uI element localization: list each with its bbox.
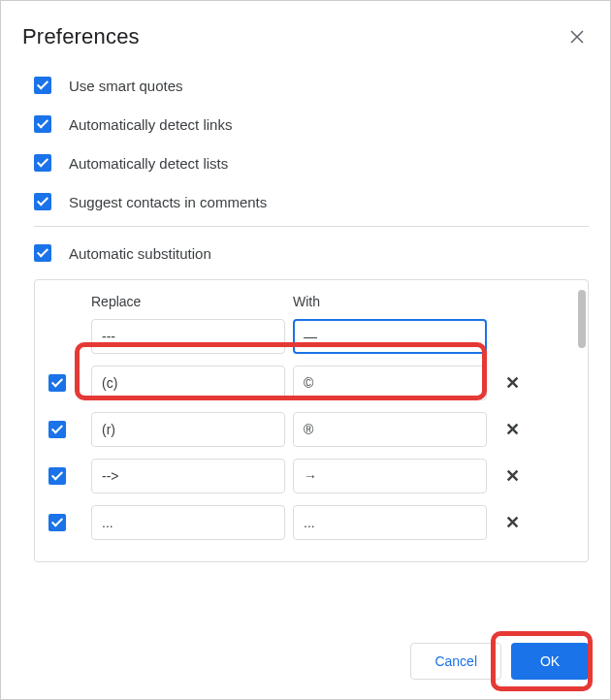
preferences-dialog: Preferences Use smart quotes Automatical… — [1, 1, 610, 699]
replace-input[interactable] — [91, 505, 285, 540]
option-auto-substitution: Automatic substitution — [34, 244, 589, 262]
header-replace: Replace — [91, 294, 285, 309]
delete-icon[interactable]: ✕ — [498, 369, 526, 397]
dialog-title: Preferences — [22, 24, 140, 49]
with-input[interactable] — [293, 412, 487, 447]
ok-button[interactable]: OK — [511, 643, 589, 680]
new-replace-input[interactable] — [91, 319, 285, 354]
checkbox-suggest-contacts[interactable] — [34, 193, 51, 210]
scrollbar[interactable] — [578, 290, 586, 348]
divider — [34, 226, 589, 227]
options-list: Use smart quotes Automatically detect li… — [22, 77, 589, 210]
with-input[interactable] — [293, 366, 487, 400]
checkbox-detect-lists[interactable] — [34, 154, 51, 172]
table-row: ✕ — [48, 459, 570, 493]
checkbox-smart-quotes[interactable] — [34, 77, 51, 94]
option-detect-lists: Automatically detect lists — [34, 154, 589, 172]
checkbox-auto-substitution[interactable] — [34, 244, 51, 262]
delete-icon[interactable]: ✕ — [498, 462, 526, 490]
replace-input[interactable] — [91, 412, 285, 447]
label-suggest-contacts: Suggest contacts in comments — [69, 194, 267, 210]
label-auto-substitution: Automatic substitution — [69, 245, 211, 262]
replace-input[interactable] — [91, 366, 285, 400]
delete-icon[interactable]: ✕ — [498, 509, 526, 536]
label-smart-quotes: Use smart quotes — [69, 78, 183, 94]
label-detect-lists: Automatically detect lists — [69, 155, 228, 172]
table-row: ✕ — [48, 366, 570, 400]
new-with-input[interactable] — [293, 319, 487, 354]
option-detect-links: Automatically detect links — [34, 115, 589, 133]
table-header-row: Replace With — [48, 294, 570, 309]
cancel-button[interactable]: Cancel — [410, 643, 501, 680]
row-checkbox[interactable] — [48, 467, 66, 485]
close-icon[interactable] — [565, 25, 589, 48]
option-suggest-contacts: Suggest contacts in comments — [34, 193, 589, 210]
table-row: ✕ — [48, 505, 570, 540]
with-input[interactable] — [293, 459, 487, 493]
row-checkbox[interactable] — [48, 421, 66, 438]
dialog-footer: Cancel OK — [22, 625, 589, 680]
row-checkbox[interactable] — [48, 374, 66, 392]
replace-input[interactable] — [91, 459, 285, 493]
substitution-section: Automatic substitution Replace With ✕ — [22, 244, 589, 562]
delete-icon[interactable]: ✕ — [498, 416, 526, 443]
substitution-table: Replace With ✕ ✕ — [34, 279, 589, 562]
header-with: With — [293, 294, 320, 309]
label-detect-links: Automatically detect links — [69, 116, 232, 133]
option-smart-quotes: Use smart quotes — [34, 77, 589, 94]
checkbox-detect-links[interactable] — [34, 115, 51, 133]
new-substitution-row — [48, 319, 570, 354]
dialog-header: Preferences — [22, 24, 589, 49]
with-input[interactable] — [293, 505, 487, 540]
table-row: ✕ — [48, 412, 570, 447]
row-checkbox[interactable] — [48, 514, 66, 531]
